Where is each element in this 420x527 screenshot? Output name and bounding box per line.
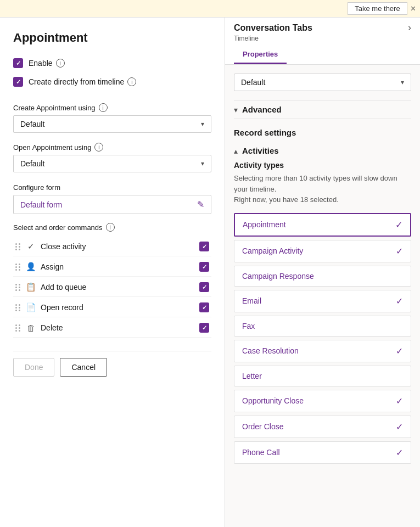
timeline-label: Timeline [234,35,411,42]
drag-handle[interactable] [15,264,21,271]
enable-info-icon[interactable]: i [56,59,65,68]
open-using-value: Default [20,159,44,168]
command-row: 📋 Add to queue [13,278,211,297]
activity-item[interactable]: Campaign Activity ✓ [234,240,411,262]
conv-tabs-title: Conversation Tabs [234,23,312,33]
activity-item-label: Phone Call [242,448,280,457]
open-using-info-icon[interactable]: i [94,143,103,152]
command-list: ✓ Close activity 👤 Assign [13,237,211,338]
create-using-value: Default [20,120,44,128]
create-using-arrow: ▾ [201,120,204,128]
activity-check-icon: ✓ [396,296,403,306]
create-timeline-info-icon[interactable]: i [127,77,136,86]
left-panel: Appointment Enable i Create directly fro… [0,18,225,527]
enable-row: Enable i [13,58,211,68]
activity-list: Appointment ✓ Campaign Activity ✓ Campai… [234,213,411,464]
create-using-info-icon[interactable]: i [99,103,108,112]
assign-icon: 👤 [25,262,36,272]
take-me-there-button[interactable]: Take me there [348,2,407,15]
activity-item[interactable]: Email ✓ [234,290,411,312]
done-button[interactable]: Done [13,358,54,377]
create-timeline-row: Create directly from timeline i [13,77,211,87]
advanced-chevron-icon: ▾ [234,105,238,114]
top-banner: Take me there × [0,0,420,18]
cancel-button[interactable]: Cancel [60,358,107,377]
panel-title: Appointment [13,31,211,45]
create-using-dropdown[interactable]: Default ▾ [13,115,211,133]
activity-item[interactable]: Opportunity Close ✓ [234,390,411,412]
create-using-label: Create Appointment using i [13,103,211,112]
command-row: ✓ Close activity [13,237,211,256]
activity-item-label: Appointment [243,220,286,229]
activity-check-icon: ✓ [395,220,402,230]
activity-item[interactable]: Letter [234,366,411,386]
conv-tabs-row: Conversation Tabs › [234,22,411,33]
activity-item[interactable]: Appointment ✓ [234,213,411,237]
create-timeline-checkbox[interactable] [13,77,23,87]
activities-header[interactable]: ▴ Activities [234,146,411,155]
configure-form-field: Default form ✎ [13,195,211,214]
add-queue-label: Add to queue [41,283,195,291]
activity-item-label: Campaign Activity [242,246,303,255]
activity-check-icon: ✓ [396,396,403,406]
activity-check-icon: ✓ [396,422,403,432]
activity-item-label: Fax [242,322,255,330]
activity-item-label: Case Resolution [242,346,299,355]
tabs-row: Properties [234,46,411,64]
activity-item[interactable]: Order Close ✓ [234,416,411,438]
activity-item[interactable]: Case Resolution ✓ [234,340,411,362]
open-record-icon: 📄 [25,302,36,312]
enable-label: Enable i [29,59,65,68]
drag-handle[interactable] [15,284,21,291]
create-timeline-label: Create directly from timeline i [29,77,136,86]
assign-label: Assign [41,262,195,271]
close-activity-checkbox[interactable] [199,242,209,251]
right-header: Conversation Tabs › Timeline Properties [225,18,420,65]
edit-form-icon[interactable]: ✎ [197,199,204,210]
delete-icon: 🗑 [25,323,36,333]
activity-check-icon: ✓ [396,346,403,356]
activity-item-label: Opportunity Close [242,396,304,405]
configure-form-value: Default form [20,200,62,209]
command-row: 👤 Assign [13,257,211,277]
close-activity-label: Close activity [41,242,195,251]
open-using-dropdown[interactable]: Default ▾ [13,155,211,172]
advanced-section-title: Advanced [242,105,282,114]
activity-types-desc: Selecting more than 10 activity types wi… [234,173,411,205]
open-using-label: Open Appointment using i [13,143,211,152]
delete-checkbox[interactable] [199,323,209,333]
activity-check-icon: ✓ [396,246,403,256]
command-row: 📄 Open record [13,298,211,317]
activity-item[interactable]: Campaign Response [234,266,411,287]
properties-select[interactable]: Default ▾ [234,74,411,91]
enable-checkbox[interactable] [13,58,23,68]
activity-item-label: Campaign Response [242,272,314,281]
select-order-info-icon[interactable]: i [106,223,115,232]
main-layout: Appointment Enable i Create directly fro… [0,18,420,527]
drag-handle[interactable] [15,243,21,250]
advanced-section-header[interactable]: ▾ Advanced [234,100,411,119]
activities-chevron-icon: ▴ [234,147,238,155]
nav-arrow-icon[interactable]: › [408,22,411,33]
add-queue-checkbox[interactable] [199,282,209,292]
drag-handle[interactable] [15,324,21,332]
add-queue-icon: 📋 [25,282,36,292]
configure-form-label: Configure form [13,183,211,192]
properties-value: Default [241,78,265,87]
activity-item[interactable]: Fax [234,316,411,337]
open-record-label: Open record [41,303,195,312]
assign-checkbox[interactable] [199,262,209,272]
command-row: 🗑 Delete [13,318,211,338]
panel-footer: Done Cancel [13,351,211,377]
close-banner-button[interactable]: × [411,4,416,14]
drag-handle[interactable] [15,304,21,311]
delete-label: Delete [41,323,195,332]
activity-item-label: Order Close [242,422,283,431]
open-using-arrow: ▾ [201,160,204,167]
close-activity-icon: ✓ [25,242,36,251]
activity-item[interactable]: Phone Call ✓ [234,441,411,464]
right-content: Default ▾ ▾ Advanced Record settings ▴ A… [225,65,420,527]
tab-properties[interactable]: Properties [234,46,287,64]
open-record-checkbox[interactable] [199,302,209,312]
activity-check-icon: ✓ [396,447,403,458]
